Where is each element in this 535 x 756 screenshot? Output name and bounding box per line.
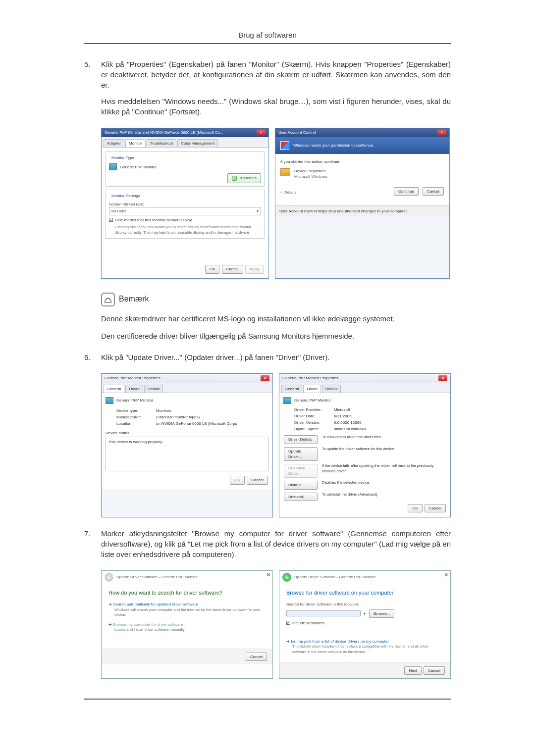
note-label: Bemærk	[119, 294, 149, 304]
hide-modes-label: Hide modes that this monitor cannot disp…	[115, 217, 192, 223]
ok-button[interactable]: OK	[230, 476, 245, 484]
include-subfolders-label: Include subfolders	[292, 620, 324, 626]
rollback-driver-desc: If the device fails after updating the d…	[322, 463, 446, 474]
step-5-number: 5.	[84, 59, 101, 123]
refresh-rate-label: Screen refresh rate:	[109, 202, 261, 207]
tab-troubleshoot[interactable]: Troubleshoot	[147, 139, 176, 147]
tab-adapter[interactable]: Adapter	[104, 139, 124, 147]
monitor-icon	[109, 163, 117, 170]
value-manufacturer: (Standard monitor types)	[156, 414, 200, 420]
update-driver-wizard-b: ✕ Update Driver Software - Generic PnP M…	[279, 570, 451, 679]
device-name: Generic PnP Monitor	[116, 398, 153, 403]
label-location: Location:	[116, 421, 151, 426]
step-7-number: 7.	[84, 528, 101, 565]
disable-button[interactable]: Disable	[284, 481, 318, 489]
label-manufacturer: Manufacturer:	[116, 414, 151, 420]
update-driver-desc: To update the driver software for this d…	[322, 447, 446, 452]
wizard-option-browse-sub: Locate and install driver software manua…	[114, 627, 266, 633]
device-properties-driver: Generic PnP Monitor Properties × General…	[279, 373, 451, 517]
label-driver-date: Driver Date:	[294, 413, 329, 419]
uac-title: User Account Control	[278, 130, 316, 135]
step-5-text-1: Klik på "Properties" (Egenskaber) på fan…	[101, 59, 451, 90]
include-subfolders-checkbox[interactable]	[286, 621, 290, 625]
driver-details-button[interactable]: Driver Details	[284, 435, 318, 444]
step-6: 6. Klik på "Update Driver..." (Opdater d…	[84, 352, 451, 368]
wizard-option-pick-list[interactable]: Let me pick from a list of device driver…	[286, 639, 443, 644]
ok-button[interactable]: OK	[205, 265, 220, 273]
step-6-text: Klik på "Update Driver..." (Opdater driv…	[101, 352, 451, 362]
value-device-type: Monitors	[156, 408, 171, 413]
update-driver-button[interactable]: Update Driver...	[284, 447, 318, 461]
tab-driver[interactable]: Driver	[125, 385, 143, 393]
wizard-option-browse[interactable]: Browse my computer for driver software	[108, 622, 266, 627]
tab-general[interactable]: General	[281, 385, 302, 393]
cancel-button[interactable]: Cancel	[246, 653, 267, 661]
monitor-type-header: Monitor Type	[110, 155, 136, 160]
cancel-button[interactable]: Cancel	[424, 666, 445, 675]
cancel-button[interactable]: Cancel	[247, 476, 268, 484]
uninstall-button[interactable]: Uninstall	[284, 493, 318, 501]
close-icon[interactable]: ✕	[444, 572, 448, 578]
tab-details[interactable]: Details	[144, 385, 163, 393]
uac-details-toggle[interactable]: Details	[280, 190, 296, 195]
tab-general[interactable]: General	[104, 385, 124, 393]
uac-dialog: User Account Control × Windows needs you…	[275, 128, 450, 279]
hide-modes-checkbox[interactable]	[109, 218, 113, 222]
monitor-type-name: Generic PnP Monitor	[120, 164, 157, 170]
wizard-heading: Browse for driver software on your compu…	[286, 589, 443, 597]
uac-device-properties: Device Properties	[294, 168, 327, 174]
refresh-rate-dropdown[interactable]: 60 Hertz	[109, 207, 261, 215]
browse-button[interactable]: Browse...	[369, 609, 394, 618]
continue-button[interactable]: Continue	[394, 187, 419, 196]
note-paragraph-2: Den certificerede driver bliver tilgænge…	[101, 331, 451, 341]
close-icon[interactable]: ×	[257, 130, 266, 136]
monitor-icon	[283, 397, 291, 404]
next-button[interactable]: Next	[404, 666, 421, 675]
label-driver-version: Driver Version:	[294, 420, 329, 425]
value-digital-signer: microsoft windows	[334, 426, 366, 432]
tab-monitor[interactable]: Monitor	[125, 139, 146, 147]
ok-button[interactable]: OK	[408, 504, 423, 512]
value-driver-date: 6/21/2006	[334, 413, 352, 419]
step-7: 7. Marker afkrydsningsfeltet "Browse my …	[84, 528, 451, 565]
device-properties-icon	[280, 168, 290, 176]
close-icon[interactable]: ×	[437, 130, 446, 136]
dialog-title: Generic PnP Monitor Properties	[105, 375, 160, 381]
label-device-type: Device type:	[116, 408, 151, 413]
back-button	[105, 573, 113, 582]
uac-footer: User Account Control helps stop unauthor…	[275, 205, 449, 217]
step-7-text: Marker afkrydsningsfeltet "Browse my com…	[101, 528, 451, 559]
wizard-option-search-auto[interactable]: Search automatically for updated driver …	[108, 602, 266, 607]
tab-details[interactable]: Details	[322, 385, 341, 393]
value-location: on NVIDIA GeForce 6600 LE (Microsoft Cor…	[156, 421, 237, 426]
dialog-tabs: Adapter Monitor Troubleshoot Color Manag…	[102, 137, 268, 148]
close-icon[interactable]: ✕	[267, 572, 270, 578]
cancel-button[interactable]: Cancel	[222, 265, 243, 273]
monitor-icon	[106, 397, 113, 404]
monitor-settings-header: Monitor Settings	[110, 193, 142, 199]
device-properties-general: Generic PnP Monitor Properties × General…	[101, 373, 273, 517]
step-6-number: 6.	[84, 352, 101, 368]
label-digital-signer: Digital Signer:	[294, 426, 329, 432]
page-header: Brug af softwaren	[84, 30, 451, 44]
close-icon[interactable]: ×	[438, 375, 447, 381]
shield-icon	[280, 141, 289, 150]
dialog-title: Generic PnP Monitor Properties	[282, 375, 338, 381]
uac-ms-windows: Microsoft Windows	[294, 174, 327, 179]
wizard-breadcrumb: Update Driver Software - Generic PnP Mon…	[294, 574, 375, 580]
step-5: 5. Klik på "Properties" (Egenskaber) på …	[84, 59, 451, 123]
wizard-option-pick-list-sub: This list will show installed driver sof…	[292, 644, 443, 655]
driver-details-desc: To view details about the driver files.	[322, 435, 446, 440]
apply-button[interactable]: Apply	[245, 265, 264, 273]
rollback-driver-button[interactable]: Roll Back Driver	[284, 464, 318, 478]
device-status-box: This device is working properly.	[106, 437, 268, 471]
close-icon[interactable]: ×	[261, 375, 269, 381]
location-input[interactable]	[286, 610, 361, 616]
tab-color-management[interactable]: Color Management	[177, 139, 218, 147]
back-button[interactable]	[282, 573, 291, 582]
properties-button[interactable]: Properties	[227, 173, 261, 183]
tab-driver[interactable]: Driver	[303, 385, 321, 393]
cancel-button[interactable]: Cancel	[425, 504, 446, 512]
hide-modes-help: Clearing this check box allows you to se…	[115, 225, 261, 235]
cancel-button[interactable]: Cancel	[423, 187, 444, 196]
